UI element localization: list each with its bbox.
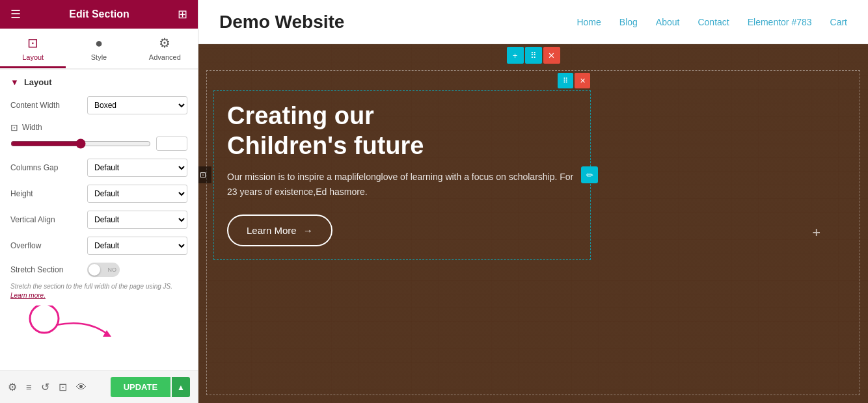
hero-heading-line2: Children's future bbox=[227, 132, 424, 159]
responsive-icon[interactable]: ⊡ bbox=[59, 381, 67, 393]
canvas: Demo Website Home Blog About Contact Ele… bbox=[198, 0, 868, 403]
panel-title: Edit Section bbox=[69, 8, 129, 20]
tab-advanced[interactable]: ⚙ Advanced bbox=[132, 29, 198, 68]
content-width-control: Boxed Full Width bbox=[87, 96, 187, 114]
history-icon[interactable]: ↺ bbox=[41, 381, 49, 393]
stretch-section-label: Stretch Section bbox=[10, 265, 82, 274]
hero-content-area: ⠿ ✕ ⊡ Creating our Children's future Our… bbox=[206, 70, 860, 395]
tab-style-label: Style bbox=[91, 53, 107, 61]
height-row: Height Default Fit To Screen Min Height bbox=[0, 181, 198, 207]
layers-icon[interactable]: ≡ bbox=[26, 382, 32, 393]
section-move-button[interactable]: ⠿ bbox=[525, 47, 542, 64]
overflow-select[interactable]: Default Hidden bbox=[87, 237, 187, 255]
section-left-icon[interactable]: ⊡ bbox=[198, 166, 211, 183]
style-tab-icon: ● bbox=[95, 36, 103, 51]
panel-body: ▼ Layout Content Width Boxed Full Width … bbox=[0, 70, 198, 370]
width-label: Width bbox=[22, 123, 42, 132]
panel-header: ☰ Edit Section ⊞ bbox=[0, 0, 198, 29]
width-input[interactable] bbox=[156, 136, 187, 151]
cta-button-label: Learn More bbox=[247, 225, 297, 236]
hint-learn-more-link[interactable]: Learn more. bbox=[10, 292, 46, 299]
site-title: Demo Website bbox=[219, 12, 344, 32]
hero-heading-line1: Creating our bbox=[227, 102, 374, 129]
left-panel: ☰ Edit Section ⊞ ⊡ Layout ● Style ⚙ Adva… bbox=[0, 0, 198, 403]
column-move-button[interactable]: ⠿ bbox=[558, 73, 573, 88]
annotation-area bbox=[10, 306, 187, 338]
hero-column: ⠿ ✕ ⊡ Creating our Children's future Our… bbox=[213, 90, 591, 260]
chevron-down-icon: ▼ bbox=[10, 77, 19, 87]
width-row: ⊡ Width bbox=[0, 118, 198, 155]
tab-advanced-label: Advanced bbox=[149, 53, 181, 61]
layout-tab-icon: ⊡ bbox=[27, 35, 38, 51]
stretch-hint: Stretch the section to the full width of… bbox=[0, 281, 198, 306]
hint-text-content: Stretch the section to the full width of… bbox=[10, 283, 172, 290]
nav-elementor[interactable]: Elementor #783 bbox=[748, 17, 812, 27]
vertical-align-row: Vertical Align Default Top Middle Bottom bbox=[0, 207, 198, 233]
vertical-align-select[interactable]: Default Top Middle Bottom bbox=[87, 211, 187, 229]
nav-home[interactable]: Home bbox=[576, 17, 601, 27]
content-width-select[interactable]: Boxed Full Width bbox=[87, 96, 187, 114]
nav-blog[interactable]: Blog bbox=[619, 17, 638, 27]
height-select[interactable]: Default Fit To Screen Min Height bbox=[87, 185, 187, 203]
panel-tabs: ⊡ Layout ● Style ⚙ Advanced bbox=[0, 29, 198, 70]
vertical-align-label: Vertical Align bbox=[10, 215, 82, 224]
update-dropdown-button[interactable]: ▲ bbox=[172, 377, 190, 397]
stretch-section-toggle[interactable]: NO bbox=[87, 263, 120, 277]
overflow-label: Overflow bbox=[10, 241, 82, 250]
footer-icons: ⚙ ≡ ↺ ⊡ 👁 bbox=[8, 381, 87, 393]
edit-pencil-button[interactable]: ✏ bbox=[581, 166, 598, 183]
columns-gap-select[interactable]: Default No Gap Narrow Extended Wide Wide… bbox=[87, 159, 187, 177]
layout-section-header[interactable]: ▼ Layout bbox=[0, 70, 198, 92]
grid-icon[interactable]: ⊞ bbox=[178, 7, 187, 21]
section-close-button[interactable]: ✕ bbox=[543, 47, 560, 64]
width-slider-container bbox=[10, 136, 187, 151]
column-toolbar: ⠿ ✕ bbox=[558, 73, 590, 88]
update-btn-wrap: UPDATE ▲ bbox=[111, 377, 190, 397]
toggle-knob bbox=[88, 264, 100, 276]
nav-cart[interactable]: Cart bbox=[830, 17, 847, 27]
tab-layout-label: Layout bbox=[22, 53, 44, 61]
content-width-label: Content Width bbox=[10, 101, 82, 110]
stretch-section-row: Stretch Section NO bbox=[0, 259, 198, 281]
panel-footer: ⚙ ≡ ↺ ⊡ 👁 UPDATE ▲ bbox=[0, 370, 198, 403]
section-toolbar-top: + ⠿ ✕ bbox=[507, 47, 560, 64]
hero-description: Our mission is to inspire a maplifelongl… bbox=[227, 170, 577, 199]
monitor-icon: ⊡ bbox=[10, 122, 18, 133]
nav-about[interactable]: About bbox=[656, 17, 680, 27]
width-slider[interactable] bbox=[10, 138, 151, 149]
hero-heading: Creating our Children's future bbox=[227, 101, 577, 161]
columns-gap-row: Columns Gap Default No Gap Narrow Extend… bbox=[0, 155, 198, 181]
hero-section: + ⠿ ✕ ⠿ ✕ ⊡ Creating our Children's futu… bbox=[198, 44, 868, 403]
annotation-svg bbox=[10, 306, 141, 338]
layout-section-title: Layout bbox=[24, 77, 52, 87]
column-close-button[interactable]: ✕ bbox=[575, 73, 590, 88]
cta-arrow-icon: → bbox=[303, 225, 313, 236]
overflow-row: Overflow Default Hidden bbox=[0, 233, 198, 259]
cta-button[interactable]: Learn More → bbox=[227, 214, 332, 246]
settings-icon[interactable]: ⚙ bbox=[8, 381, 17, 393]
svg-point-0 bbox=[30, 306, 59, 333]
advanced-tab-icon: ⚙ bbox=[159, 35, 170, 51]
height-label: Height bbox=[10, 189, 82, 198]
columns-gap-label: Columns Gap bbox=[10, 163, 82, 172]
site-header: Demo Website Home Blog About Contact Ele… bbox=[198, 0, 868, 44]
section-add-button[interactable]: + bbox=[507, 47, 524, 64]
update-button[interactable]: UPDATE bbox=[111, 377, 170, 397]
tab-layout[interactable]: ⊡ Layout bbox=[0, 29, 66, 68]
preview-icon[interactable]: 👁 bbox=[76, 382, 87, 393]
tab-style[interactable]: ● Style bbox=[66, 29, 131, 68]
content-width-row: Content Width Boxed Full Width bbox=[0, 92, 198, 118]
hamburger-icon[interactable]: ☰ bbox=[10, 7, 21, 21]
nav-contact[interactable]: Contact bbox=[698, 17, 729, 27]
toggle-no-label: NO bbox=[108, 266, 117, 273]
add-column-icon[interactable]: + bbox=[812, 224, 821, 241]
site-nav: Home Blog About Contact Elementor #783 C… bbox=[576, 17, 847, 27]
